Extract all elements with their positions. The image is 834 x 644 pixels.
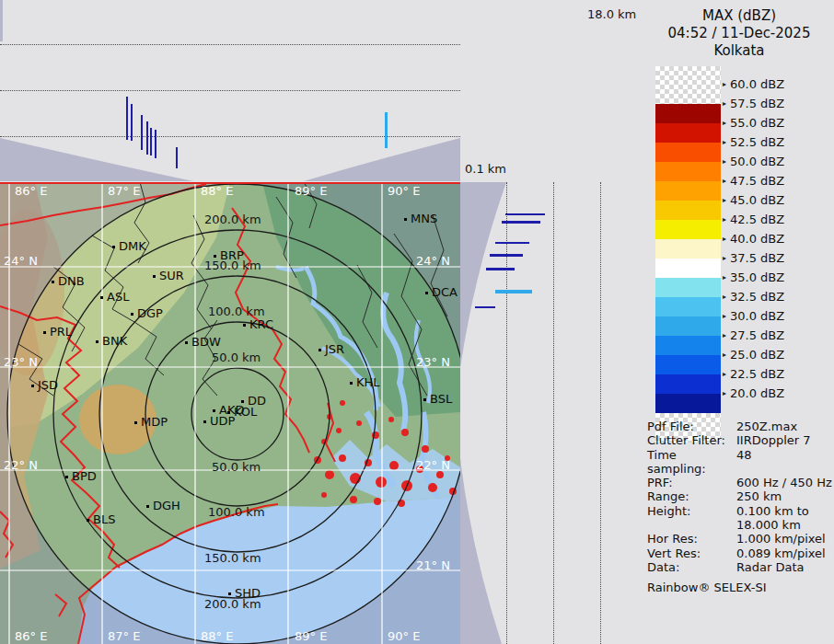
latitude-label: 23° N (4, 355, 38, 369)
legend-tick: ▸57.5 dBZ (723, 97, 784, 110)
height-projection-panel-top (0, 0, 460, 181)
city-label: BDW (191, 335, 221, 349)
metadata-key: Pdf File: (647, 420, 736, 433)
longitude-label: 87° E (108, 184, 140, 198)
city-label: BSL (430, 392, 452, 406)
range-ring-label: 100.0 km (208, 505, 265, 519)
city-marker (87, 519, 89, 522)
metadata-value: 600 Hz / 450 Hz (736, 476, 832, 489)
range-ring-label: 50.0 km (212, 460, 261, 474)
city-label: BLS (93, 512, 115, 526)
echo-bar (146, 121, 148, 155)
legend-color-block (655, 143, 721, 162)
metadata-row: Height:0.100 km to 18.000 km (647, 504, 833, 533)
echo-bar (495, 242, 529, 244)
map-labels-overlay: 86° E86° E87° E87° E88° E88° E89° E89° E… (0, 182, 460, 644)
legend-color-block (655, 316, 721, 336)
legend-color-block (655, 201, 721, 220)
legend-tick: ▸35.0 dBZ (723, 270, 784, 284)
legend-tick-label: 25.0 dBZ (730, 348, 784, 362)
latitude-label: 24° N (4, 254, 38, 268)
tick-arrow-icon: ▸ (723, 351, 726, 359)
longitude-label: 89° E (295, 184, 327, 198)
legend-color-block (655, 336, 721, 355)
tick-arrow-icon: ▸ (723, 273, 726, 282)
range-ring-label: 150.0 km (204, 551, 261, 565)
metadata-key: Clutter Filter: (647, 433, 736, 447)
metadata-row: Clutter Filter:IIRDoppler 7 (647, 433, 833, 447)
legend-tick-label: 45.0 dBZ (730, 193, 784, 207)
latitude-label: 21° N (416, 558, 450, 572)
height-axis-max-label: 18.0 km (587, 7, 636, 21)
echo-bars-top (0, 0, 460, 181)
legend-tick: ▸22.5 dBZ (723, 367, 784, 381)
metadata-row: Range:250 km (647, 489, 833, 503)
station-name: Kolkata (644, 42, 834, 59)
range-ring-label: 200.0 km (204, 213, 261, 226)
product-title: MAX (dBZ) (644, 7, 834, 24)
legend-color-block (655, 278, 721, 297)
tick-arrow-icon: ▸ (723, 119, 726, 127)
legend-tick-label: 20.0 dBZ (730, 386, 784, 400)
metadata-row: Vert Res:0.089 km/pixel (647, 546, 833, 560)
tick-arrow-icon: ▸ (723, 99, 726, 108)
city-marker (214, 255, 216, 258)
city-label: KRC (249, 317, 273, 331)
legend-tick-label: 52.5 dBZ (730, 135, 784, 149)
tick-arrow-icon: ▸ (723, 370, 726, 378)
echo-bar (131, 104, 133, 141)
longitude-label: 86° E (15, 629, 47, 643)
city-marker (153, 275, 156, 278)
legend-tick: ▸40.0 dBZ (723, 232, 784, 246)
legend-tick-label: 35.0 dBZ (730, 270, 784, 284)
metadata-value: 1.000 km/pixel (736, 532, 826, 546)
city-marker (213, 409, 215, 412)
city-label: BRP (220, 248, 244, 262)
legend-color-block (655, 123, 721, 143)
city-label: DNB (58, 274, 85, 288)
city-label: PRL (50, 325, 72, 339)
city-label: BNK (102, 334, 127, 348)
metadata-row: Hor Res:1.000 km/pixel (647, 532, 833, 546)
city-marker (243, 324, 246, 327)
legend-color-block (655, 239, 721, 259)
tick-arrow-icon: ▸ (723, 177, 726, 185)
echo-bar (505, 213, 545, 215)
tick-arrow-icon: ▸ (723, 235, 726, 243)
city-marker (319, 349, 321, 351)
city-marker (100, 296, 103, 299)
radar-map: 86° E86° E87° E87° E88° E88° E89° E89° E… (0, 182, 460, 644)
city-label: UDP (210, 414, 235, 428)
echo-bar (385, 112, 388, 148)
echo-bar (502, 221, 540, 224)
legend-color-block (655, 104, 721, 123)
legend-color-block (655, 66, 721, 104)
metadata-key: Data: (647, 560, 736, 574)
city-marker (146, 505, 149, 508)
legend-tick: ▸32.5 dBZ (723, 290, 784, 304)
tick-arrow-icon: ▸ (723, 293, 726, 301)
software-signature: Rainbow® SELEX-SI (647, 581, 833, 594)
longitude-label: 87° E (108, 629, 140, 643)
longitude-label: 88° E (201, 184, 233, 198)
city-label: SUR (159, 269, 184, 282)
echo-bar (141, 115, 143, 150)
height-axis-origin-label: 0.1 km (465, 162, 506, 176)
legend-tick: ▸60.0 dBZ (723, 77, 784, 91)
city-marker (350, 382, 353, 385)
city-label: BPD (72, 469, 97, 483)
tick-arrow-icon: ▸ (723, 80, 726, 88)
echo-bar (155, 130, 156, 158)
legend-tick-label: 57.5 dBZ (730, 97, 784, 110)
city-marker (228, 592, 231, 595)
legend-tick: ▸27.5 dBZ (723, 328, 784, 342)
legend-tick-label: 37.5 dBZ (730, 251, 784, 265)
city-marker (43, 331, 46, 334)
range-ring-label: 50.0 km (212, 351, 261, 364)
tick-arrow-icon: ▸ (723, 331, 726, 339)
legend-tick-label: 60.0 dBZ (730, 77, 784, 91)
tick-arrow-icon: ▸ (723, 196, 726, 204)
metadata-key: Height: (647, 504, 736, 533)
metadata-row: Data:Radar Data (647, 560, 833, 574)
city-label: KHL (356, 375, 380, 389)
